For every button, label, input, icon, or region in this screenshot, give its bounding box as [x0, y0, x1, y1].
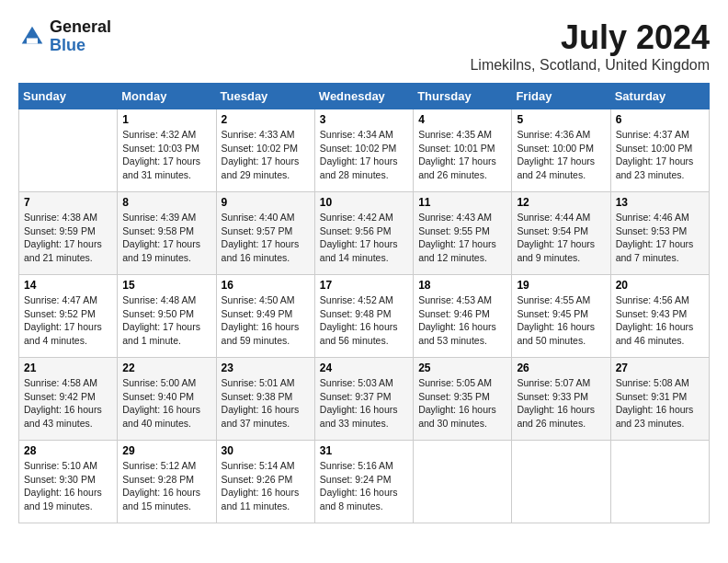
calendar-week-5: 28Sunrise: 5:10 AM Sunset: 9:30 PM Dayli…: [19, 441, 710, 523]
calendar-cell: 23Sunrise: 5:01 AM Sunset: 9:38 PM Dayli…: [216, 358, 314, 441]
calendar-cell: [19, 109, 118, 192]
day-number: 1: [122, 113, 210, 126]
day-info: Sunrise: 4:42 AM Sunset: 9:56 PM Dayligh…: [320, 211, 408, 265]
calendar-cell: 8Sunrise: 4:39 AM Sunset: 9:58 PM Daylig…: [118, 192, 216, 275]
day-number: 27: [616, 362, 704, 374]
calendar-cell: 26Sunrise: 5:07 AM Sunset: 9:33 PM Dayli…: [512, 358, 610, 441]
logo-blue: Blue: [50, 37, 111, 55]
logo: General Blue: [18, 18, 111, 55]
calendar-cell: 25Sunrise: 5:05 AM Sunset: 9:35 PM Dayli…: [414, 358, 512, 441]
day-number: 24: [320, 362, 408, 374]
day-info: Sunrise: 4:44 AM Sunset: 9:54 PM Dayligh…: [517, 211, 605, 265]
calendar-cell: 16Sunrise: 4:50 AM Sunset: 9:49 PM Dayli…: [216, 275, 314, 358]
calendar-cell: 28Sunrise: 5:10 AM Sunset: 9:30 PM Dayli…: [19, 441, 118, 523]
calendar-week-1: 1Sunrise: 4:32 AM Sunset: 10:03 PM Dayli…: [19, 109, 710, 192]
day-info: Sunrise: 4:37 AM Sunset: 10:00 PM Daylig…: [616, 128, 704, 182]
day-info: Sunrise: 5:16 AM Sunset: 9:24 PM Dayligh…: [320, 459, 408, 513]
calendar-cell: 10Sunrise: 4:42 AM Sunset: 9:56 PM Dayli…: [314, 192, 413, 275]
calendar-body: 1Sunrise: 4:32 AM Sunset: 10:03 PM Dayli…: [19, 109, 710, 523]
day-info: Sunrise: 4:33 AM Sunset: 10:02 PM Daylig…: [222, 128, 310, 182]
day-number: 21: [24, 362, 112, 374]
calendar-cell: 3Sunrise: 4:34 AM Sunset: 10:02 PM Dayli…: [314, 109, 413, 192]
day-info: Sunrise: 5:08 AM Sunset: 9:31 PM Dayligh…: [616, 376, 704, 431]
calendar-cell: 22Sunrise: 5:00 AM Sunset: 9:40 PM Dayli…: [118, 358, 216, 441]
day-info: Sunrise: 5:00 AM Sunset: 9:40 PM Dayligh…: [122, 376, 210, 431]
day-number: 13: [616, 196, 704, 209]
calendar-cell: 20Sunrise: 4:56 AM Sunset: 9:43 PM Dayli…: [610, 275, 709, 358]
day-number: 30: [222, 444, 310, 457]
day-info: Sunrise: 4:43 AM Sunset: 9:55 PM Dayligh…: [418, 211, 506, 265]
calendar-week-3: 14Sunrise: 4:47 AM Sunset: 9:52 PM Dayli…: [19, 275, 710, 358]
calendar-cell: 18Sunrise: 4:53 AM Sunset: 9:46 PM Dayli…: [414, 275, 512, 358]
day-number: 8: [122, 196, 210, 209]
header-day-friday: Friday: [512, 84, 610, 109]
calendar-week-2: 7Sunrise: 4:38 AM Sunset: 9:59 PM Daylig…: [19, 192, 710, 275]
header-day-wednesday: Wednesday: [314, 84, 413, 109]
day-number: 6: [616, 113, 704, 126]
header-day-monday: Monday: [118, 84, 216, 109]
day-info: Sunrise: 4:46 AM Sunset: 9:53 PM Dayligh…: [616, 211, 704, 265]
day-number: 3: [320, 113, 408, 126]
day-number: 14: [24, 279, 112, 292]
day-info: Sunrise: 4:47 AM Sunset: 9:52 PM Dayligh…: [24, 293, 112, 348]
day-number: 18: [418, 279, 506, 292]
day-info: Sunrise: 4:38 AM Sunset: 9:59 PM Dayligh…: [24, 211, 112, 265]
calendar-cell: 4Sunrise: 4:35 AM Sunset: 10:01 PM Dayli…: [414, 109, 512, 192]
day-info: Sunrise: 5:10 AM Sunset: 9:30 PM Dayligh…: [24, 459, 112, 513]
day-number: 22: [122, 362, 210, 374]
day-number: 4: [418, 113, 506, 126]
calendar-cell: 13Sunrise: 4:46 AM Sunset: 9:53 PM Dayli…: [610, 192, 709, 275]
logo-general: General: [50, 18, 111, 37]
calendar-cell: 1Sunrise: 4:32 AM Sunset: 10:03 PM Dayli…: [118, 109, 216, 192]
day-info: Sunrise: 5:14 AM Sunset: 9:26 PM Dayligh…: [222, 459, 310, 513]
calendar-cell: 30Sunrise: 5:14 AM Sunset: 9:26 PM Dayli…: [216, 441, 314, 523]
day-number: 10: [320, 196, 408, 209]
calendar-cell: 12Sunrise: 4:44 AM Sunset: 9:54 PM Dayli…: [512, 192, 610, 275]
day-number: 26: [517, 362, 605, 374]
day-info: Sunrise: 4:53 AM Sunset: 9:46 PM Dayligh…: [418, 293, 506, 348]
day-info: Sunrise: 4:56 AM Sunset: 9:43 PM Dayligh…: [616, 293, 704, 348]
calendar-cell: 29Sunrise: 5:12 AM Sunset: 9:28 PM Dayli…: [118, 441, 216, 523]
day-info: Sunrise: 4:35 AM Sunset: 10:01 PM Daylig…: [418, 128, 506, 182]
day-number: 29: [122, 444, 210, 457]
calendar-cell: 31Sunrise: 5:16 AM Sunset: 9:24 PM Dayli…: [314, 441, 413, 523]
calendar-cell: [512, 441, 610, 523]
day-number: 19: [517, 279, 605, 292]
day-info: Sunrise: 4:58 AM Sunset: 9:42 PM Dayligh…: [24, 376, 112, 431]
calendar-cell: 27Sunrise: 5:08 AM Sunset: 9:31 PM Dayli…: [610, 358, 709, 441]
day-number: 28: [24, 444, 112, 457]
day-info: Sunrise: 5:03 AM Sunset: 9:37 PM Dayligh…: [320, 376, 408, 431]
calendar-cell: 6Sunrise: 4:37 AM Sunset: 10:00 PM Dayli…: [610, 109, 709, 192]
day-number: 20: [616, 279, 704, 292]
location-title: Limekilns, Scotland, United Kingdom: [470, 57, 710, 74]
day-info: Sunrise: 4:32 AM Sunset: 10:03 PM Daylig…: [122, 128, 210, 182]
day-info: Sunrise: 5:05 AM Sunset: 9:35 PM Dayligh…: [418, 376, 506, 431]
day-number: 9: [222, 196, 310, 209]
page-header: General Blue July 2024 Limekilns, Scotla…: [18, 18, 710, 74]
day-number: 11: [418, 196, 506, 209]
calendar-cell: [414, 441, 512, 523]
day-info: Sunrise: 4:36 AM Sunset: 10:00 PM Daylig…: [517, 128, 605, 182]
calendar-cell: 9Sunrise: 4:40 AM Sunset: 9:57 PM Daylig…: [216, 192, 314, 275]
day-info: Sunrise: 5:12 AM Sunset: 9:28 PM Dayligh…: [122, 459, 210, 513]
calendar-cell: [610, 441, 709, 523]
calendar-cell: 21Sunrise: 4:58 AM Sunset: 9:42 PM Dayli…: [19, 358, 118, 441]
calendar-cell: 19Sunrise: 4:55 AM Sunset: 9:45 PM Dayli…: [512, 275, 610, 358]
calendar-cell: 17Sunrise: 4:52 AM Sunset: 9:48 PM Dayli…: [314, 275, 413, 358]
calendar-cell: 14Sunrise: 4:47 AM Sunset: 9:52 PM Dayli…: [19, 275, 118, 358]
day-info: Sunrise: 4:48 AM Sunset: 9:50 PM Dayligh…: [122, 293, 210, 348]
day-number: 17: [320, 279, 408, 292]
calendar-cell: 15Sunrise: 4:48 AM Sunset: 9:50 PM Dayli…: [118, 275, 216, 358]
calendar-cell: 7Sunrise: 4:38 AM Sunset: 9:59 PM Daylig…: [19, 192, 118, 275]
calendar-table: SundayMondayTuesdayWednesdayThursdayFrid…: [18, 83, 710, 523]
logo-icon: [18, 23, 46, 51]
day-number: 25: [418, 362, 506, 374]
header-day-thursday: Thursday: [414, 84, 512, 109]
day-number: 16: [222, 279, 310, 292]
calendar-cell: 11Sunrise: 4:43 AM Sunset: 9:55 PM Dayli…: [414, 192, 512, 275]
day-number: 12: [517, 196, 605, 209]
month-title: July 2024: [470, 18, 710, 57]
calendar-cell: 24Sunrise: 5:03 AM Sunset: 9:37 PM Dayli…: [314, 358, 413, 441]
day-info: Sunrise: 5:01 AM Sunset: 9:38 PM Dayligh…: [222, 376, 310, 431]
header-day-saturday: Saturday: [610, 84, 709, 109]
